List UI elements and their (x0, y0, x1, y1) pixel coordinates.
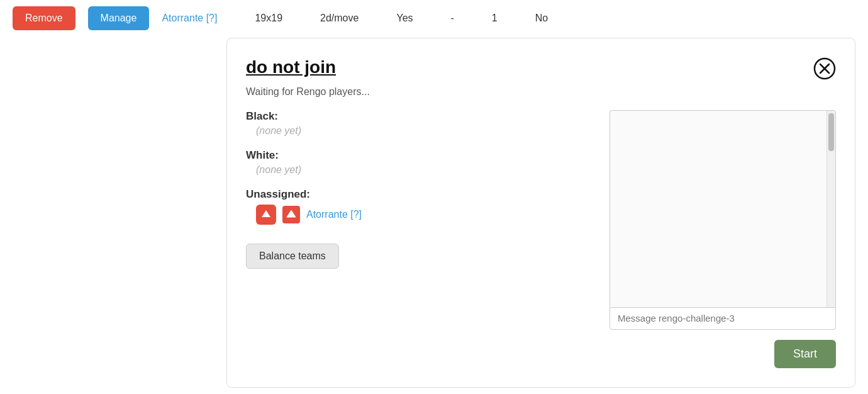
time-control: 2d/move (320, 13, 359, 24)
assign-white-icon[interactable] (281, 205, 301, 225)
white-label: White: (246, 149, 591, 162)
board-size: 19x19 (255, 13, 282, 24)
start-button[interactable]: Start (774, 340, 836, 368)
close-icon (813, 57, 836, 80)
modal-left: Black: (none yet) White: (none yet) Unas… (246, 110, 591, 368)
white-value: (none yet) (246, 164, 591, 176)
modal-body: Black: (none yet) White: (none yet) Unas… (246, 110, 836, 368)
manage-button[interactable]: Manage (88, 6, 150, 30)
top-info: Atorrante [?] 19x19 2d/move Yes - 1 No (162, 13, 855, 24)
modal-header: do not join (246, 57, 836, 81)
unassigned-label: Unassigned: (246, 188, 591, 201)
black-value: (none yet) (246, 125, 591, 137)
modal: do not join Waiting for Rengo players...… (226, 38, 855, 388)
dash: - (451, 13, 454, 24)
chat-input[interactable] (618, 313, 828, 324)
modal-subtitle: Waiting for Rengo players... (246, 86, 836, 98)
chat-scrollbar-thumb (828, 113, 834, 151)
remove-button[interactable]: Remove (13, 6, 75, 30)
up-arrow-black-svg (260, 208, 272, 221)
chat-area (609, 110, 836, 307)
chat-input-wrapper (609, 307, 836, 330)
unassigned-player-link[interactable]: Atorrante [?] (306, 209, 362, 220)
modal-title: do not join (246, 57, 336, 77)
top-player-link[interactable]: Atorrante [?] (162, 13, 217, 24)
chat-scrollbar[interactable] (826, 111, 835, 307)
ranked: Yes (396, 13, 413, 24)
assign-black-icon[interactable] (256, 205, 276, 225)
close-button[interactable] (813, 57, 836, 81)
top-bar: Remove Manage Atorrante [?] 19x19 2d/mov… (0, 0, 868, 37)
num: 1 (492, 13, 498, 24)
no: No (535, 13, 548, 24)
white-section: White: (none yet) (246, 149, 591, 176)
unassigned-players: Atorrante [?] (246, 205, 591, 225)
balance-teams-button[interactable]: Balance teams (246, 244, 339, 269)
unassigned-section: Unassigned: Atorrante [?] (246, 188, 591, 225)
black-label: Black: (246, 110, 591, 123)
up-arrow-white-svg (285, 208, 298, 221)
black-section: Black: (none yet) (246, 110, 591, 137)
modal-right: Start (609, 110, 836, 368)
start-btn-wrapper: Start (609, 340, 836, 368)
